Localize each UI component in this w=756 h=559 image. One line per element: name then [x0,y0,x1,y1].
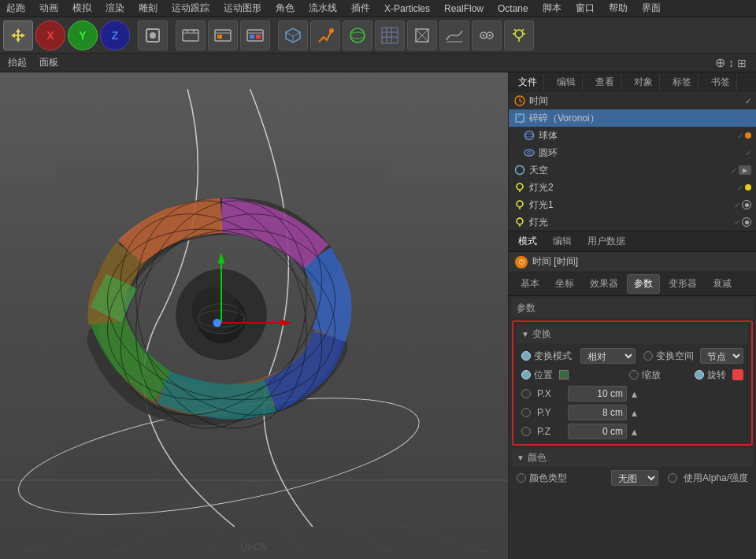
menu-animation[interactable]: 动画 [36,0,61,17]
menu-plugin[interactable]: 插件 [348,0,373,17]
px-radio[interactable] [521,389,531,398]
pz-input[interactable] [568,424,627,439]
menu-help[interactable]: 帮助 [606,0,631,17]
scene-tab-view[interactable]: 查看 [589,74,621,91]
x-axis-button[interactable]: X [35,20,65,50]
px-stepper-up[interactable]: ▴ [632,387,637,400]
use-alpha-radio[interactable] [668,473,677,483]
vis-check[interactable]: ✓ [745,149,751,157]
scene-tab-edit[interactable]: 编辑 [550,74,583,91]
menu-simulate[interactable]: 模拟 [69,0,94,17]
menu-render[interactable]: 渲染 [102,0,128,17]
position-radio[interactable] [521,370,531,379]
object-mode-button[interactable] [138,20,168,50]
scene-item-sky[interactable]: 天空 ✓ ▶ [509,161,756,179]
scene-tab-tag[interactable]: 标签 [666,74,699,91]
y-axis-button[interactable]: Y [68,20,98,50]
menu-mograph[interactable]: 运动图形 [220,0,265,17]
scene-tab-bookmark[interactable]: 书签 [705,74,737,91]
z-axis-button[interactable]: Z [100,20,130,50]
rotation-radio[interactable] [695,370,704,379]
menu-character[interactable]: 角色 [272,0,298,17]
svg-rect-9 [217,35,222,39]
vis-check[interactable]: ✓ [734,201,740,209]
scene-item-fracture[interactable]: 碎碎（Voronoi） ✓ [509,109,756,127]
scene-tab-object[interactable]: 对象 [628,74,660,91]
py-input[interactable] [568,405,627,420]
transform-space-label: 变换空间 [656,350,694,363]
timeline-button3[interactable] [240,20,270,50]
py-label: P.Y [537,407,565,418]
nurbs-tool[interactable] [375,20,405,50]
menu-script[interactable]: 脚本 [539,0,565,17]
color-section: ▼ 颜色 颜色类型 无图 使用Alpha/强度 [512,449,753,487]
vis-check[interactable]: ✓ [745,114,751,123]
pz-stepper-up[interactable]: ▴ [632,425,637,438]
light-icon [513,181,526,194]
menu-xparticles[interactable]: X-Particles [381,2,433,16]
px-input[interactable] [568,386,627,402]
menu-sculpt[interactable]: 雕刻 [135,0,161,17]
scene-item-time[interactable]: 时间 ✓ [509,92,756,109]
scene-item-light1[interactable]: 灯光1 ✓ [509,196,756,213]
props-tab-mode[interactable]: 模式 [512,233,543,250]
transform-space-radio[interactable] [643,351,653,361]
scene-item-light[interactable]: 灯光 ✓ [509,213,756,231]
transform-space-dropdown[interactable]: 节点 [700,348,743,364]
menu-pipeline[interactable]: 流水线 [306,0,340,17]
attr-tab-params[interactable]: 参数 [627,274,660,294]
toolbar2-item1[interactable]: 抬起 [3,54,32,71]
attr-tab-basic[interactable]: 基本 [513,274,547,294]
timeline-button2[interactable] [208,20,238,50]
timeline-button1[interactable] [176,20,206,50]
scene-item-light2[interactable]: 灯光2 ✓ [509,179,756,196]
pz-radio[interactable] [521,427,531,436]
attr-tab-coord[interactable]: 坐标 [548,274,581,294]
eyes-tool[interactable] [472,20,502,50]
pen-tool[interactable] [310,20,340,50]
menu-qipao[interactable]: 起跑 [3,0,28,17]
svg-rect-13 [256,35,261,39]
props-tab-userdata[interactable]: 用户数据 [581,233,632,250]
viewport-move-icon[interactable]: ⊕ [715,55,725,70]
scale-radio[interactable] [629,370,639,379]
viewport-settings-icon[interactable]: ⊞ [737,57,747,69]
vis-check[interactable]: ✓ [731,166,737,175]
move-tool-button[interactable] [3,20,33,50]
scene-tab-file[interactable]: 文件 [512,74,544,91]
vis-check[interactable]: ✓ [737,183,743,192]
props-tab-edit[interactable]: 编辑 [547,233,578,250]
light-tool[interactable] [504,20,534,50]
transform-mode-dropdown[interactable]: 相对 [580,348,636,364]
color-type-radio[interactable] [517,473,526,483]
vis-check[interactable]: ✓ [745,97,751,106]
menu-motion-track[interactable]: 运动跟踪 [169,0,213,17]
transform-mode-radio[interactable] [521,351,531,361]
target-dot [742,217,751,227]
attr-tab-falloff[interactable]: 衰减 [706,274,739,294]
scene-item-label: 灯光2 [529,181,737,194]
attr-tab-effects[interactable]: 效果器 [583,274,625,294]
color-type-dropdown[interactable]: 无图 [611,470,658,486]
vis-check[interactable]: ✓ [734,218,740,227]
menu-ui[interactable]: 界面 [639,0,664,17]
poly-tool[interactable] [407,20,437,50]
color-section-header[interactable]: ▼ 颜色 [512,449,753,467]
scene-item-sphere[interactable]: 球体 ✓ [509,127,756,144]
cube-tool[interactable] [278,20,308,50]
scene-item-torus[interactable]: 圆环 ✓ [509,144,756,161]
menu-octane[interactable]: Octane [495,2,532,16]
toolbar2-item2[interactable]: 面板 [35,54,63,71]
viewport-arrow-icon[interactable]: ↕ [728,57,734,69]
attr-tab-deformers[interactable]: 变形器 [662,274,704,294]
menu-window[interactable]: 窗口 [573,0,598,17]
py-stepper-up[interactable]: ▴ [632,406,637,419]
light-icon [513,198,526,211]
sphere-tool[interactable] [343,20,372,50]
3d-viewport[interactable]: UI-CN [0,72,508,559]
vis-check[interactable]: ✓ [737,131,743,140]
py-radio[interactable] [521,408,531,417]
menu-realflow[interactable]: RealFlow [441,2,487,16]
position-check[interactable] [559,370,569,379]
terrain-tool[interactable] [439,20,469,50]
